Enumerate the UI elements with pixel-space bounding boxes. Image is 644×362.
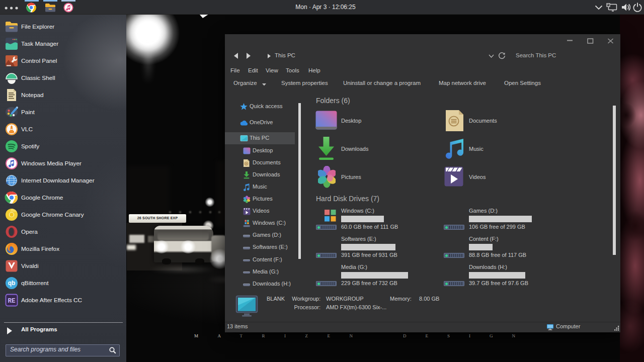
svg-text:RE: RE — [8, 298, 15, 305]
svg-text:qb: qb — [8, 280, 16, 287]
